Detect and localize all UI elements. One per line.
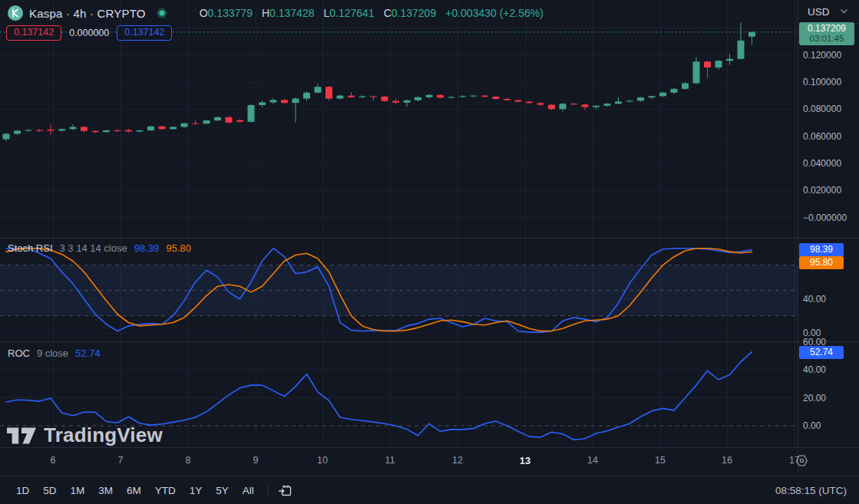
bar-countdown: 03:01:45 (799, 34, 854, 44)
clock-timezone[interactable]: 08:58:15 (UTC) (775, 485, 847, 496)
order-price-badge[interactable]: 0.137142 (117, 25, 172, 41)
range-button-6m[interactable]: 6M (120, 483, 148, 499)
roc-tick-label: 0.00 (803, 420, 821, 431)
stoch-d-axis-badge: 95.80 (799, 256, 844, 269)
price-tick-label: 0.020000 (803, 185, 841, 196)
time-label-11: 11 (385, 455, 395, 466)
range-button-3m[interactable]: 3M (91, 483, 120, 499)
watermark-text: TradingView (44, 423, 163, 447)
time-label-8: 8 (186, 455, 191, 466)
price-axis[interactable]: USD 0.137209 03:01:45 98.39 95.80 52.74 … (798, 0, 859, 476)
price-tick-label: 0.060000 (803, 131, 841, 142)
go-to-date-button[interactable] (276, 481, 296, 499)
time-label-10: 10 (317, 455, 328, 466)
toolbar-divider (268, 483, 269, 498)
low-value: 0.127641 (329, 7, 374, 19)
roc-tick-label: 20.00 (803, 393, 826, 404)
price-tick-label: 0.080000 (803, 104, 841, 114)
range-button-5y[interactable]: 5Y (209, 483, 236, 499)
stoch-rsi-title: Stoch RSI (8, 242, 53, 254)
high-label: H (262, 7, 269, 19)
symbol-title[interactable]: Kaspa · 4h · CRYPTO (29, 7, 146, 20)
open-label: O (200, 7, 208, 19)
time-label-6: 6 (51, 455, 56, 466)
stoch-d-value: 95.80 (166, 242, 191, 254)
ohlc-readout: O0.133779 H0.137428 L0.127641 C0.137209 … (200, 7, 543, 19)
stoch-k-axis-badge: 98.39 (799, 243, 844, 256)
price-tick-label: 0.040000 (803, 158, 841, 169)
price-tick-label: −0.000000 (803, 212, 847, 223)
high-value: 0.137428 (269, 7, 314, 19)
time-label-13: 13 (520, 455, 530, 466)
current-price-value: 0.137209 (799, 24, 854, 34)
roc-header[interactable]: ROC 9 close 52.74 (8, 348, 101, 359)
time-axis-settings-gear-icon[interactable] (794, 453, 809, 468)
range-button-ytd[interactable]: YTD (148, 483, 183, 499)
range-button-all[interactable]: All (236, 483, 261, 499)
chevron-down-icon (841, 9, 847, 14)
tradingview-chart-window: Kaspa · 4h · CRYPTO O0.133779 H0.137428 … (0, 0, 859, 504)
open-value: 0.133779 (208, 7, 253, 19)
range-button-1m[interactable]: 1M (64, 483, 92, 499)
symbol-header: Kaspa · 4h · CRYPTO O0.133779 H0.137428 … (8, 5, 543, 21)
kaspa-logo-icon[interactable] (8, 5, 23, 21)
time-label-16: 16 (722, 455, 732, 466)
price-line-badges: 0.137142 0.000000 0.137142 (6, 25, 172, 41)
tradingview-watermark[interactable]: TradingView (6, 422, 163, 448)
roc-params: 9 close (37, 348, 68, 359)
zero-line-value: 0.000000 (69, 28, 109, 38)
tradingview-logo-icon (6, 422, 37, 448)
range-buttons: 1D5D1M3M6MYTD1Y5YAll (9, 483, 261, 499)
roc-tick-label: 40.00 (803, 364, 826, 375)
bottom-toolbar: 1D5D1M3M6MYTD1Y5YAll 08:58:15 (UTC) (0, 476, 859, 504)
range-button-5d[interactable]: 5D (36, 483, 63, 499)
stoch-tick-label: 40.00 (803, 294, 826, 305)
time-label-14: 14 (587, 455, 598, 466)
close-label: C (384, 7, 392, 19)
price-tick-label: 0.100000 (803, 77, 841, 87)
currency-selector[interactable]: USD (801, 2, 854, 21)
stoch-rsi-header[interactable]: Stoch RSI 3 3 14 14 close 98.39 95.80 (8, 242, 191, 254)
price-tick-label: 0.120000 (803, 50, 841, 61)
range-button-1d[interactable]: 1D (9, 483, 36, 499)
time-label-15: 15 (655, 455, 666, 466)
stoch-k-value: 98.39 (134, 242, 160, 254)
range-button-1y[interactable]: 1Y (183, 483, 210, 499)
time-label-7: 7 (118, 455, 124, 466)
time-label-9: 9 (253, 455, 259, 466)
currency-value: USD (808, 6, 830, 18)
roc-value: 52.74 (75, 348, 101, 359)
roc-axis-badge: 52.74 (799, 346, 844, 359)
time-axis[interactable]: 67891011121314151617 (0, 448, 798, 476)
change-value: +0.003430 (+2.56%) (445, 7, 543, 19)
close-value: 0.137209 (392, 7, 436, 19)
market-status-icon[interactable] (157, 8, 167, 18)
alert-price-badge[interactable]: 0.137142 (6, 25, 61, 41)
current-price-badge: 0.137209 03:01:45 (799, 22, 854, 45)
time-label-12: 12 (452, 455, 463, 466)
stoch-rsi-params: 3 3 14 14 close (60, 242, 127, 254)
roc-title: ROC (8, 348, 30, 359)
